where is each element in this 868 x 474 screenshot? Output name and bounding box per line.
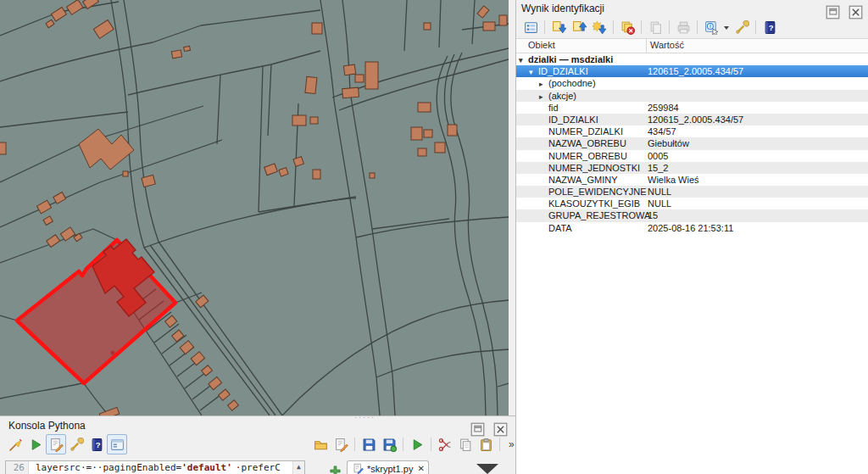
- copy-feature-icon: [645, 17, 665, 37]
- row-value: 434/57: [648, 125, 676, 137]
- row-label: (akcje): [548, 91, 576, 101]
- python-console-title: Konsola Pythona: [8, 420, 86, 432]
- identify-row[interactable]: NAZWA_GMINYWielka Wieś: [516, 174, 868, 186]
- options-wrench-icon[interactable]: [66, 434, 86, 454]
- code-text: layersrc·=··pagingEnabled='default'·pref…: [29, 461, 292, 474]
- toolbar-separator: [669, 20, 670, 34]
- copy-icon[interactable]: [455, 434, 476, 454]
- identify-row[interactable]: ID_DZIALKI120615_2.0005.434/57: [516, 114, 868, 125]
- identify-row[interactable]: ▾ID_DZIALKI120615_2.0005.434/57: [516, 65, 868, 77]
- object-inspector-icon[interactable]: [107, 434, 127, 454]
- svg-text:i: i: [709, 23, 711, 29]
- help-icon[interactable]: ?: [760, 17, 780, 37]
- toolbar-separator: [499, 438, 500, 451]
- svg-text:?: ?: [768, 23, 773, 32]
- expand-right-arrow-icon[interactable]: ▸: [539, 91, 548, 103]
- expand-right-arrow-icon[interactable]: ▸: [539, 78, 548, 90]
- row-value: 120615_2.0005.434/57: [648, 65, 743, 77]
- identify-row[interactable]: NUMER_DZIALKI434/57: [516, 125, 868, 137]
- identify-panel-title: Wynik identyfikacji: [521, 3, 604, 14]
- new-editor-icon[interactable]: [331, 434, 351, 454]
- code-segment: 'default': [181, 462, 232, 473]
- python-console-toolbar: ?: [5, 434, 127, 454]
- columns-header: Obiekt Wartość: [516, 38, 868, 53]
- svg-text:?: ?: [95, 440, 100, 449]
- row-label: POLE_EWIDENCYJNE: [548, 187, 647, 197]
- row-label: NUMER_DZIALKI: [548, 126, 623, 137]
- identify-row[interactable]: ▾dzialki — msdzialki: [516, 53, 868, 65]
- toolbar-separator: [354, 438, 355, 451]
- save-as-script-icon[interactable]: [379, 434, 399, 454]
- row-value: 15_2: [648, 162, 668, 174]
- toolbar-separator: [641, 20, 642, 34]
- identify-row[interactable]: ▸(pochodne): [516, 77, 868, 89]
- identify-tree[interactable]: ▾dzialki — msdzialki▾ID_DZIALKI120615_2.…: [516, 53, 868, 474]
- toolbar-separator: [755, 20, 756, 34]
- code-segment: ·preferC: [232, 462, 281, 473]
- clear-results-icon[interactable]: [617, 17, 637, 37]
- identify-row[interactable]: DATA2025-08-16 21:53:11: [516, 222, 868, 234]
- python-editor-toolbar: »: [310, 434, 515, 454]
- identify-row[interactable]: POLE_EWIDENCYJNENULL: [516, 186, 868, 198]
- identify-mode-icon[interactable]: i: [701, 17, 721, 37]
- float-window-icon[interactable]: [822, 2, 843, 22]
- identify-results-panel: Wynik identyfikacji i? Obiekt Wartość ▾d…: [515, 0, 868, 474]
- python-editor-line[interactable]: 26 layersrc·=··pagingEnabled='default'·p…: [5, 460, 305, 474]
- show-editor-icon[interactable]: [46, 434, 66, 454]
- row-value: Wielka Wieś: [648, 174, 699, 186]
- identify-toolbar: i?: [516, 16, 868, 38]
- paste-icon[interactable]: [476, 434, 496, 454]
- toolbar-separator: [431, 438, 431, 451]
- dropdown-caret-icon[interactable]: [721, 17, 732, 37]
- identify-row[interactable]: ▸(akcje): [516, 90, 868, 102]
- identify-row[interactable]: NAZWA_OBREBUGiebułtów: [516, 137, 868, 149]
- map-canvas[interactable]: [0, 0, 509, 415]
- toolbar-separator: [544, 20, 545, 34]
- row-value: 0005: [648, 150, 668, 162]
- identify-row[interactable]: NUMER_JEDNOSTKI15_2: [516, 162, 868, 174]
- print-results-icon: [673, 17, 693, 37]
- run-command-icon[interactable]: [25, 434, 46, 454]
- row-value: 2025-08-16 21:53:11: [648, 222, 733, 234]
- tab-list-icon[interactable]: [476, 464, 498, 474]
- expand-down-arrow-icon[interactable]: ▾: [529, 66, 538, 78]
- tab-skrypt1[interactable]: *skrypt1.py ✕: [347, 460, 429, 474]
- row-label: NUMER_JEDNOSTKI: [548, 163, 640, 173]
- expand-new-results-icon[interactable]: [589, 17, 609, 37]
- row-label: dzialki — msdzialki: [528, 54, 613, 64]
- close-panel-icon[interactable]: [845, 2, 865, 22]
- collapse-tree-icon[interactable]: [569, 17, 589, 37]
- row-label: KLASOUZYTKI_EGIB: [548, 198, 640, 209]
- toolbar-overflow[interactable]: »: [509, 438, 515, 450]
- toolbar-separator: [697, 20, 698, 34]
- identify-row[interactable]: NUMER_OBREBU0005: [516, 150, 868, 162]
- map-canvas-container: [0, 0, 515, 415]
- expand-down-arrow-icon[interactable]: ▾: [519, 54, 528, 66]
- column-wartosc[interactable]: Wartość: [647, 39, 868, 53]
- row-value: Giebułtów: [648, 137, 689, 149]
- row-value: 120615_2.0005.434/57: [648, 114, 743, 125]
- row-label: DATA: [548, 223, 572, 233]
- identify-row[interactable]: GRUPA_REJESTROWA15: [516, 209, 868, 221]
- cut-icon[interactable]: [435, 434, 455, 454]
- toolbar-separator: [403, 438, 403, 451]
- tab-close-icon[interactable]: ✕: [417, 464, 424, 473]
- identify-row[interactable]: KLASOUZYTKI_EGIBNULL: [516, 198, 868, 209]
- open-script-icon[interactable]: [310, 434, 331, 454]
- identify-panel-titlebar[interactable]: Wynik identyfikacji: [516, 0, 868, 16]
- selected-point-marker: [111, 351, 115, 355]
- help-icon[interactable]: ?: [86, 434, 107, 454]
- add-tab-icon[interactable]: [327, 463, 342, 474]
- identify-row[interactable]: fid259984: [516, 102, 868, 114]
- expand-tree-icon[interactable]: [548, 17, 569, 37]
- identify-panel-window-buttons: [822, 2, 865, 22]
- column-obiekt[interactable]: Obiekt: [516, 39, 647, 53]
- save-script-icon[interactable]: [359, 434, 379, 454]
- settings-wrench-icon[interactable]: [732, 17, 752, 37]
- run-script-icon[interactable]: [407, 434, 427, 454]
- splitter-handle[interactable]: ·····: [354, 413, 376, 421]
- row-value: NULL: [648, 186, 671, 198]
- form-view-icon[interactable]: [520, 17, 541, 37]
- clear-console-icon[interactable]: [5, 434, 25, 454]
- scroll-up-arrow-icon[interactable]: ▲: [292, 461, 304, 474]
